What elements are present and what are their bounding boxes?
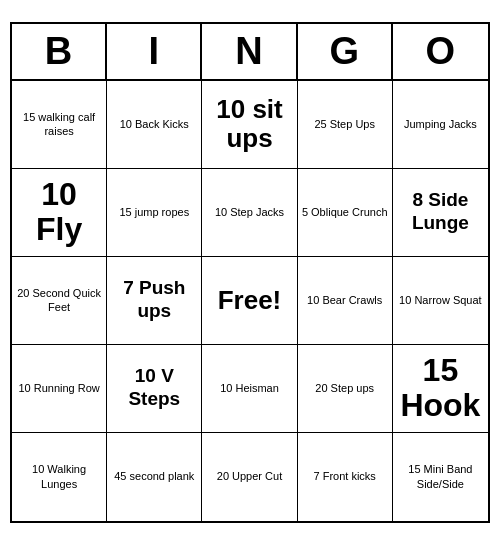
bingo-cell-0: 15 walking calf raises [12,81,107,169]
bingo-cell-3: 25 Step Ups [298,81,393,169]
bingo-cell-1: 10 Back Kicks [107,81,202,169]
bingo-cell-24: 15 Mini Band Side/Side [393,433,488,521]
header-letter-N: N [202,24,297,79]
bingo-card: BINGO 15 walking calf raises10 Back Kick… [10,22,490,523]
bingo-cell-text-7: 10 Step Jacks [215,205,284,219]
bingo-cell-11: 7 Push ups [107,257,202,345]
bingo-cell-22: 20 Upper Cut [202,433,297,521]
bingo-cell-text-14: 10 Narrow Squat [399,293,482,307]
bingo-cell-13: 10 Bear Crawls [298,257,393,345]
bingo-cell-text-22: 20 Upper Cut [217,469,282,483]
bingo-cell-7: 10 Step Jacks [202,169,297,257]
bingo-cell-16: 10 V Steps [107,345,202,433]
bingo-cell-text-15: 10 Running Row [18,381,99,395]
bingo-cell-text-23: 7 Front kicks [314,469,376,483]
bingo-cell-text-21: 45 second plank [114,469,194,483]
bingo-cell-9: 8 Side Lunge [393,169,488,257]
bingo-cell-14: 10 Narrow Squat [393,257,488,345]
bingo-cell-text-1: 10 Back Kicks [120,117,189,131]
bingo-cell-text-19: 15 Hook [397,353,484,423]
bingo-cell-text-13: 10 Bear Crawls [307,293,382,307]
bingo-cell-23: 7 Front kicks [298,433,393,521]
bingo-cell-text-18: 20 Step ups [315,381,374,395]
bingo-cell-text-3: 25 Step Ups [314,117,375,131]
bingo-cell-2: 10 sit ups [202,81,297,169]
bingo-header: BINGO [12,24,488,81]
bingo-cell-text-10: 20 Second Quick Feet [16,286,102,315]
bingo-cell-8: 5 Oblique Crunch [298,169,393,257]
header-letter-I: I [107,24,202,79]
bingo-cell-18: 20 Step ups [298,345,393,433]
bingo-cell-text-12: Free! [218,286,282,315]
bingo-cell-text-0: 15 walking calf raises [16,110,102,139]
bingo-cell-20: 10 Walking Lunges [12,433,107,521]
header-letter-B: B [12,24,107,79]
bingo-cell-text-17: 10 Heisman [220,381,279,395]
bingo-cell-4: Jumping Jacks [393,81,488,169]
bingo-cell-21: 45 second plank [107,433,202,521]
bingo-cell-text-6: 15 jump ropes [119,205,189,219]
bingo-cell-17: 10 Heisman [202,345,297,433]
bingo-cell-text-11: 7 Push ups [111,277,197,323]
header-letter-O: O [393,24,488,79]
bingo-cell-19: 15 Hook [393,345,488,433]
bingo-cell-text-8: 5 Oblique Crunch [302,205,388,219]
bingo-cell-text-16: 10 V Steps [111,365,197,411]
bingo-cell-15: 10 Running Row [12,345,107,433]
bingo-cell-5: 10 Fly [12,169,107,257]
bingo-cell-text-9: 8 Side Lunge [397,189,484,235]
bingo-cell-text-24: 15 Mini Band Side/Side [397,462,484,491]
bingo-grid: 15 walking calf raises10 Back Kicks10 si… [12,81,488,521]
bingo-cell-10: 20 Second Quick Feet [12,257,107,345]
bingo-cell-text-5: 10 Fly [16,177,102,247]
bingo-cell-6: 15 jump ropes [107,169,202,257]
bingo-cell-text-20: 10 Walking Lunges [16,462,102,491]
header-letter-G: G [298,24,393,79]
bingo-cell-12: Free! [202,257,297,345]
bingo-cell-text-2: 10 sit ups [206,95,292,152]
bingo-cell-text-4: Jumping Jacks [404,117,477,131]
